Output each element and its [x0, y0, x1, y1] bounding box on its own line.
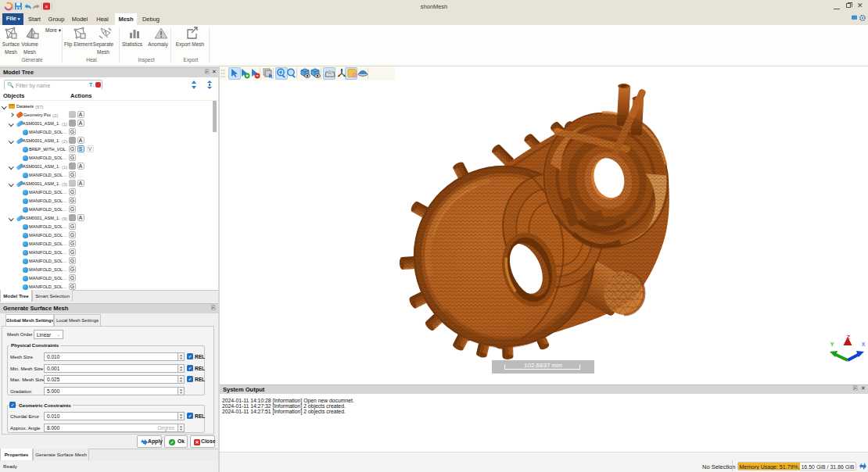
svg-text:Y: Y — [830, 341, 834, 347]
svg-text:×: × — [45, 4, 48, 9]
svg-text:WB: WB — [328, 70, 333, 74]
svg-text:X: X — [862, 341, 866, 347]
svg-text:Z: Z — [847, 334, 851, 340]
